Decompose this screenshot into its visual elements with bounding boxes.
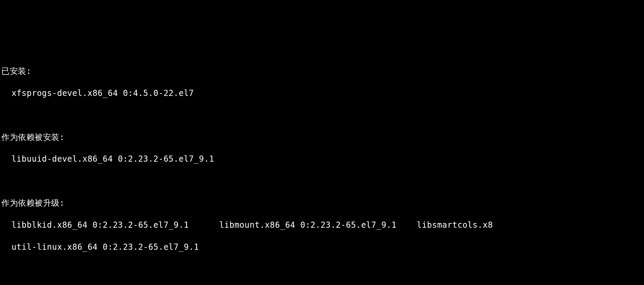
terminal-output[interactable]: 已安装: xfsprogs-devel.x86_64 0:4.5.0-22.el… — [0, 55, 644, 285]
output-line: xfsprogs-devel.x86_64 0:4.5.0-22.el7 — [1, 88, 643, 99]
output-line: 作为依赖被安装: — [1, 132, 643, 143]
output-line — [1, 176, 643, 186]
output-line — [1, 110, 643, 121]
output-line — [1, 263, 643, 274]
output-line: 作为依赖被升级: — [1, 198, 643, 208]
output-line: 已安装: — [1, 66, 643, 77]
output-line: libblkid.x86_64 0:2.23.2-65.el7_9.1 libm… — [1, 220, 643, 230]
output-line: libuuid-devel.x86_64 0:2.23.2-65.el7_9.1 — [1, 154, 643, 164]
output-line: util-linux.x86_64 0:2.23.2-65.el7_9.1 — [1, 242, 643, 252]
